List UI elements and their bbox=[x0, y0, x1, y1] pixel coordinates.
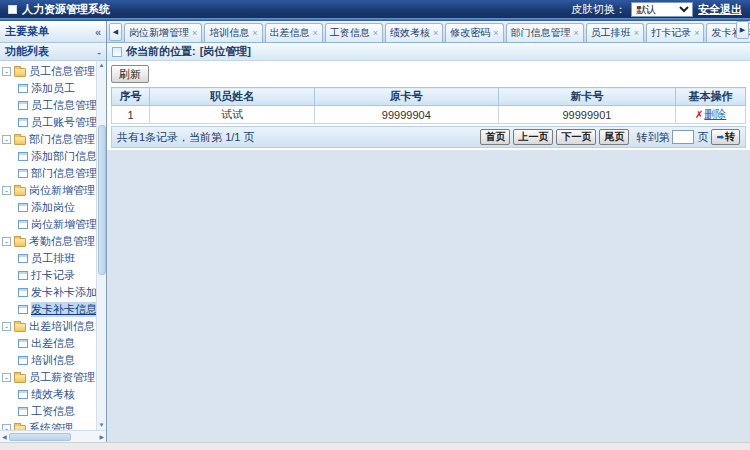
grid-icon bbox=[18, 271, 28, 280]
pagination-bar: 共有1条记录，当前第 1/1 页 首页 上一页 下一页 尾页 转到第 页 ➡转 bbox=[111, 126, 746, 148]
scroll-right-icon[interactable]: ▶ bbox=[99, 433, 104, 440]
sidebar-title: 主要菜单 bbox=[5, 24, 49, 39]
folder-position-management[interactable]: - 岗位新增管理 bbox=[2, 182, 96, 199]
sidebar-header: 主要菜单 « bbox=[0, 21, 106, 43]
expand-icon[interactable]: - bbox=[2, 237, 11, 246]
logout-link[interactable]: 安全退出 bbox=[698, 2, 742, 17]
expand-icon[interactable]: - bbox=[2, 186, 11, 195]
column-header-actions[interactable]: 基本操作 bbox=[676, 88, 746, 106]
item-position-management[interactable]: 岗位新增管理 bbox=[2, 216, 96, 233]
tab-scheduling[interactable]: 员工排班 × bbox=[586, 23, 644, 42]
item-trip-info[interactable]: 出差信息 bbox=[2, 335, 96, 352]
tab-label: 出差信息 bbox=[270, 26, 310, 40]
close-icon[interactable]: × bbox=[574, 28, 579, 38]
expand-icon[interactable]: - bbox=[2, 373, 11, 382]
sidebar-section-header[interactable]: 功能列表 - bbox=[0, 43, 106, 61]
item-training-info[interactable]: 培训信息 bbox=[2, 352, 96, 369]
item-department-info-management[interactable]: 部门信息管理 bbox=[2, 165, 96, 182]
item-punch-records[interactable]: 打卡记录 bbox=[2, 267, 96, 284]
tab-label: 岗位新增管理 bbox=[129, 26, 189, 40]
close-icon[interactable]: × bbox=[694, 28, 699, 38]
grid-icon bbox=[18, 288, 28, 297]
item-add-employee[interactable]: 添加员工 bbox=[2, 80, 96, 97]
item-employee-account-management[interactable]: 员工账号管理 bbox=[2, 114, 96, 131]
scroll-down-icon[interactable]: ▼ bbox=[99, 421, 105, 430]
item-card-issue-add[interactable]: 发卡补卡添加 bbox=[2, 284, 96, 301]
item-card-issue-info[interactable]: 发卡补卡信息 bbox=[2, 301, 96, 318]
folder-department-info[interactable]: - 部门信息管理 bbox=[2, 131, 96, 148]
tab-salary-info[interactable]: 工资信息 × bbox=[325, 23, 383, 42]
grid-icon bbox=[18, 84, 28, 93]
tab-department-info[interactable]: 部门信息管理 × bbox=[506, 23, 584, 42]
sidebar-vertical-scrollbar[interactable]: ▲ ▼ bbox=[96, 61, 106, 430]
item-performance[interactable]: 绩效考核 bbox=[2, 386, 96, 403]
item-label: 岗位新增管理 bbox=[31, 217, 96, 232]
folder-system[interactable]: - 系统管理 bbox=[2, 420, 96, 430]
go-label: 转 bbox=[725, 130, 735, 144]
item-salary-info[interactable]: 工资信息 bbox=[2, 403, 96, 420]
close-icon[interactable]: × bbox=[252, 28, 257, 38]
item-add-position[interactable]: 添加岗位 bbox=[2, 199, 96, 216]
column-header-seq[interactable]: 序号 bbox=[112, 88, 150, 106]
column-header-old-card[interactable]: 原卡号 bbox=[314, 88, 498, 106]
cell-actions: ✗删除 bbox=[676, 106, 746, 124]
breadcrumb-location: [岗位管理] bbox=[200, 44, 251, 59]
item-add-department[interactable]: 添加部门信息 bbox=[2, 148, 96, 165]
scroll-left-icon[interactable]: ◀ bbox=[2, 433, 7, 440]
tab-punch-records[interactable]: 打卡记录 × bbox=[646, 23, 704, 42]
close-icon[interactable]: × bbox=[192, 28, 197, 38]
folder-attendance[interactable]: - 考勤信息管理 bbox=[2, 233, 96, 250]
tab-bar: ◀ 岗位新增管理 × 培训信息 × 出差信息 × 工资信息 × bbox=[107, 21, 750, 43]
grid-icon bbox=[18, 356, 28, 365]
section-minimize-icon[interactable]: - bbox=[97, 46, 101, 58]
first-page-button[interactable]: 首页 bbox=[480, 129, 510, 145]
expand-icon[interactable]: - bbox=[2, 135, 11, 144]
delete-link[interactable]: 删除 bbox=[704, 108, 726, 120]
content-area: 你当前的位置: [岗位管理] 刷新 序号 职员姓 bbox=[107, 43, 750, 442]
cell-seq: 1 bbox=[112, 106, 150, 124]
tab-label: 培训信息 bbox=[209, 26, 249, 40]
go-button[interactable]: ➡转 bbox=[711, 129, 740, 145]
expand-icon[interactable]: - bbox=[2, 67, 11, 76]
tab-training-info[interactable]: 培训信息 × bbox=[204, 23, 262, 42]
scrollbar-thumb[interactable] bbox=[98, 125, 106, 275]
folder-icon bbox=[14, 68, 26, 77]
item-label: 发卡补卡添加 bbox=[31, 285, 96, 300]
column-header-name[interactable]: 职员姓名 bbox=[150, 88, 315, 106]
close-icon[interactable]: × bbox=[373, 28, 378, 38]
prev-page-button[interactable]: 上一页 bbox=[513, 129, 553, 145]
tab-trip-info[interactable]: 出差信息 × bbox=[265, 23, 323, 42]
breadcrumb-icon bbox=[112, 47, 122, 57]
cell-name: 试试 bbox=[150, 106, 315, 124]
grid-icon bbox=[18, 254, 28, 263]
close-icon[interactable]: × bbox=[313, 28, 318, 38]
scroll-up-icon[interactable]: ▲ bbox=[99, 61, 105, 70]
close-icon[interactable]: × bbox=[634, 28, 639, 38]
last-page-button[interactable]: 尾页 bbox=[599, 129, 629, 145]
refresh-button[interactable]: 刷新 bbox=[111, 65, 149, 83]
folder-payroll[interactable]: - 员工薪资管理 bbox=[2, 369, 96, 386]
sidebar-horizontal-scrollbar[interactable]: ◀ ▶ bbox=[0, 430, 106, 442]
item-employee-scheduling[interactable]: 员工排班 bbox=[2, 250, 96, 267]
scrollbar-thumb[interactable] bbox=[9, 433, 71, 441]
tab-scroll-left-button[interactable]: ◀ bbox=[109, 23, 122, 41]
tab-performance[interactable]: 绩效考核 × bbox=[385, 23, 443, 42]
close-icon[interactable]: × bbox=[433, 28, 438, 38]
folder-employee-info[interactable]: - 员工信息管理 bbox=[2, 63, 96, 80]
column-header-new-card[interactable]: 新卡号 bbox=[498, 88, 676, 106]
grid-icon bbox=[18, 339, 28, 348]
grid-icon bbox=[18, 407, 28, 416]
tab-scroll-right-button[interactable]: ▶ bbox=[736, 21, 749, 39]
item-employee-info-management[interactable]: 员工信息管理 bbox=[2, 97, 96, 114]
item-label: 部门信息管理 bbox=[31, 166, 96, 181]
page-number-input[interactable] bbox=[672, 130, 694, 144]
delete-x-icon[interactable]: ✗ bbox=[695, 109, 703, 120]
sidebar-collapse-icon[interactable]: « bbox=[95, 26, 101, 38]
expand-icon[interactable]: - bbox=[2, 322, 11, 331]
folder-trip-training[interactable]: - 出差培训信息管理 bbox=[2, 318, 96, 335]
close-icon[interactable]: × bbox=[493, 28, 498, 38]
next-page-button[interactable]: 下一页 bbox=[556, 129, 596, 145]
skin-select[interactable]: 默认 bbox=[631, 2, 693, 17]
tab-position-management[interactable]: 岗位新增管理 × bbox=[124, 23, 202, 42]
tab-change-password[interactable]: 修改密码 × bbox=[445, 23, 503, 42]
